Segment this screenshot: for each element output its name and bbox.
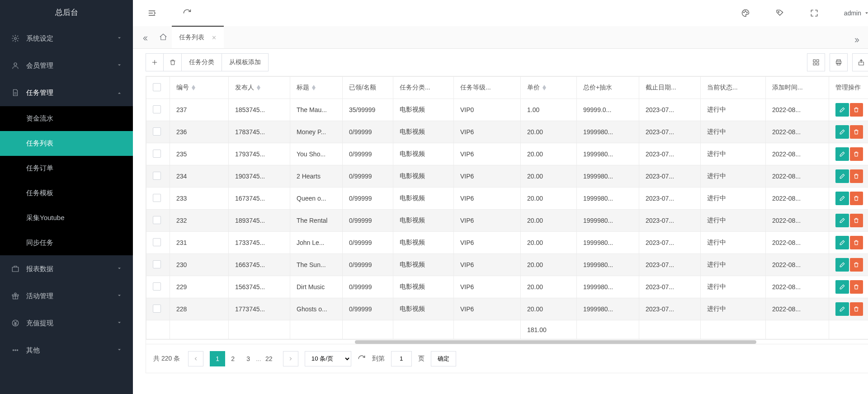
page-next-button[interactable] [283, 351, 298, 366]
svg-point-9 [744, 12, 745, 13]
row-checkbox[interactable] [153, 238, 161, 246]
fullscreen-icon[interactable] [810, 9, 819, 18]
select-all-checkbox[interactable] [153, 83, 161, 91]
close-icon[interactable]: ✕ [212, 34, 217, 41]
delete-button[interactable] [850, 125, 863, 139]
delete-button[interactable] [850, 103, 863, 117]
col-publisher[interactable]: 发布人 [229, 77, 290, 99]
cell-publisher: 1853745... [229, 99, 290, 121]
palette-icon[interactable] [741, 9, 750, 18]
edit-button[interactable] [835, 258, 849, 272]
edit-button[interactable] [835, 125, 849, 139]
delete-button[interactable] [850, 147, 863, 161]
cell-publisher: 1783745... [229, 121, 290, 143]
category-button[interactable]: 任务分类 [182, 53, 222, 71]
page-size-select[interactable]: 10 条/页 [305, 351, 351, 366]
delete-button[interactable] [850, 192, 863, 205]
sidebar-group-label: 会员管理 [26, 61, 117, 70]
page-number-1[interactable]: 1 [210, 351, 225, 366]
task-table: 编号 发布人 标题 已领/名额 任务分类... 任务等级... 单价 总价+抽水… [146, 76, 868, 340]
svg-point-12 [778, 12, 779, 13]
sidebar-group-6[interactable]: 其他 [0, 337, 133, 364]
edit-button[interactable] [835, 302, 849, 316]
tab-task-list[interactable]: 任务列表 ✕ [172, 26, 224, 48]
user-menu[interactable]: admin [844, 9, 868, 17]
page-refresh-icon[interactable] [358, 355, 366, 363]
row-checkbox[interactable] [153, 260, 161, 268]
delete-button[interactable] [850, 302, 863, 316]
delete-button[interactable] [850, 214, 863, 227]
sidebar-group-1[interactable]: 会员管理 [0, 52, 133, 79]
page-number-22[interactable]: 22 [261, 351, 277, 366]
delete-button[interactable] [850, 258, 863, 272]
from-template-button[interactable]: 从模板添加 [222, 53, 269, 71]
edit-button[interactable] [835, 103, 849, 117]
row-checkbox[interactable] [153, 172, 161, 180]
sidebar-item-2-2[interactable]: 任务订单 [0, 156, 133, 181]
sidebar-group-2[interactable]: 任务管理 [0, 79, 133, 106]
content: 任务分类 从模板添加 [133, 49, 868, 394]
sidebar-group-0[interactable]: 系统设定 [0, 25, 133, 52]
row-checkbox[interactable] [153, 150, 161, 158]
edit-button[interactable] [835, 147, 849, 161]
edit-button[interactable] [835, 280, 849, 294]
cell-total: 1999980... [577, 188, 639, 210]
tabs-scroll-right-icon[interactable] [852, 37, 859, 44]
sidebar-item-2-1[interactable]: 任务列表 [0, 131, 133, 156]
refresh-icon[interactable] [183, 9, 192, 18]
tabs-scroll-left-icon[interactable] [141, 33, 152, 44]
sidebar-group-3[interactable]: 报表数据 [0, 255, 133, 282]
row-checkbox[interactable] [153, 305, 161, 313]
gear-icon [11, 34, 20, 42]
tab-home[interactable] [155, 26, 172, 48]
cell-level: VIP6 [454, 121, 521, 143]
add-button[interactable] [146, 53, 164, 71]
cell-price: 1.00 [521, 99, 577, 121]
edit-button[interactable] [835, 214, 849, 227]
goto-page-input[interactable] [391, 351, 412, 366]
sidebar-item-2-5[interactable]: 同步任务 [0, 230, 133, 255]
delete-button[interactable] [850, 169, 863, 183]
sidebar-item-2-0[interactable]: 资金流水 [0, 106, 133, 131]
page-number-3[interactable]: 3 [241, 351, 256, 366]
table-horizontal-scrollbar[interactable] [146, 340, 868, 344]
page-number-2[interactable]: 2 [225, 351, 241, 366]
goto-confirm-button[interactable]: 确定 [431, 351, 456, 366]
trash-icon [169, 59, 176, 66]
cell-title: You Sho... [290, 143, 343, 165]
col-price[interactable]: 单价 [521, 77, 577, 99]
export-button[interactable] [852, 53, 868, 71]
home-icon [159, 33, 167, 41]
sidebar-item-2-3[interactable]: 任务模板 [0, 181, 133, 206]
delete-button[interactable] [850, 236, 863, 249]
col-title[interactable]: 标题 [290, 77, 343, 99]
row-checkbox[interactable] [153, 216, 161, 224]
print-button[interactable] [830, 53, 848, 71]
tag-icon[interactable] [775, 9, 784, 18]
main-area: admin 任务列表 ✕ [133, 0, 868, 394]
cell-total: 99999.0... [577, 99, 639, 121]
row-checkbox[interactable] [153, 127, 161, 136]
edit-button[interactable] [835, 192, 849, 205]
cell-deadline: 2023-07... [639, 99, 701, 121]
row-checkbox[interactable] [153, 282, 161, 291]
columns-button[interactable] [807, 53, 825, 71]
row-checkbox[interactable] [153, 105, 161, 113]
row-checkbox[interactable] [153, 194, 161, 202]
col-id[interactable]: 编号 [170, 77, 229, 99]
cell-id: 233 [170, 188, 229, 210]
delete-selected-button[interactable] [164, 53, 182, 71]
more-icon [11, 346, 20, 354]
sidebar-group-5[interactable]: 充值提现 [0, 310, 133, 337]
chevron-down-icon [117, 35, 122, 42]
tab-label: 任务列表 [179, 33, 204, 42]
page-prev-button[interactable] [188, 351, 203, 366]
delete-button[interactable] [850, 280, 863, 294]
cell-created: 2022-08... [766, 276, 829, 298]
sidebar-item-2-4[interactable]: 采集Youtube [0, 206, 133, 230]
edit-button[interactable] [835, 236, 849, 249]
doc-icon [11, 89, 20, 97]
sidebar-group-4[interactable]: 活动管理 [0, 282, 133, 310]
edit-button[interactable] [835, 169, 849, 183]
menu-collapse-icon[interactable] [147, 9, 156, 18]
